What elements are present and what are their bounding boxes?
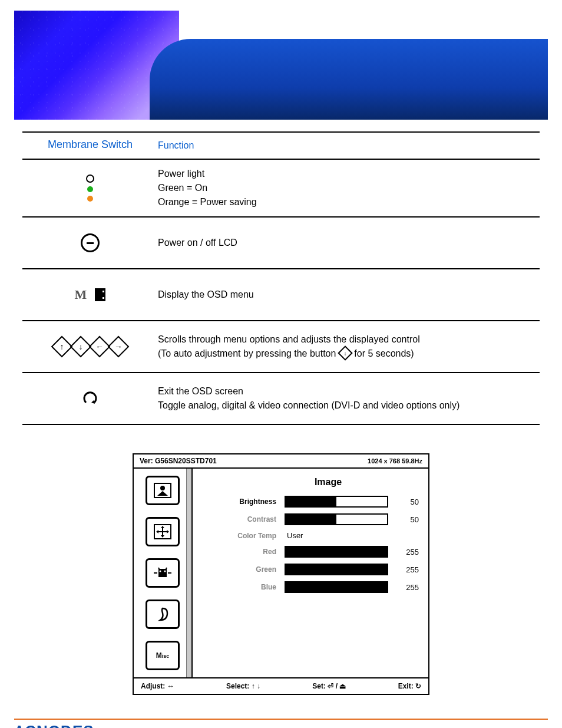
osd-row-contrast: Contrast 50 bbox=[200, 513, 419, 525]
osd-tab-strip: Misc bbox=[134, 469, 193, 677]
osd-slider-brightness[interactable] bbox=[285, 496, 388, 508]
osd-tab-clock[interactable] bbox=[146, 558, 180, 588]
osd-value-green: 255 bbox=[388, 565, 419, 574]
osd-row-brightness: Brightness 50 bbox=[200, 496, 419, 508]
osd-menu-desc: Display the OSD menu bbox=[158, 288, 540, 302]
power-indicator-ring-icon bbox=[86, 174, 94, 183]
osd-value-contrast: 50 bbox=[388, 515, 419, 524]
exit-toggle-icon bbox=[81, 390, 99, 407]
osd-label-colortemp: Color Temp bbox=[200, 532, 285, 540]
osd-label-red: Red bbox=[200, 548, 285, 556]
osd-value-colortemp[interactable]: User bbox=[285, 531, 388, 540]
col-header-switch: Membrane Switch bbox=[22, 139, 158, 153]
osd-value-blue: 255 bbox=[388, 583, 419, 592]
exit-desc-line1: Exit the OSD screen bbox=[158, 384, 540, 398]
exit-desc-line2: Toggle analog, digital & video connectio… bbox=[158, 398, 540, 413]
svg-rect-7 bbox=[158, 569, 167, 577]
osd-hint-set: Set: ⏎ / ⏏ bbox=[312, 682, 346, 690]
svg-point-9 bbox=[164, 571, 166, 572]
power-button-icon bbox=[81, 233, 100, 252]
osd-hint-select: Select: ↑ ↓ bbox=[226, 682, 260, 690]
power-light-label: Power light bbox=[158, 167, 540, 181]
svg-point-8 bbox=[160, 571, 161, 572]
menu-e-icon bbox=[95, 288, 105, 301]
led-orange-icon bbox=[87, 196, 93, 202]
osd-slider-blue[interactable] bbox=[285, 581, 388, 593]
col-header-function: Function bbox=[158, 139, 540, 153]
osd-value-red: 255 bbox=[388, 548, 419, 556]
osd-slider-contrast[interactable] bbox=[285, 513, 388, 525]
osd-scrollbar[interactable] bbox=[186, 469, 191, 677]
osd-tab-image[interactable] bbox=[146, 476, 180, 505]
row-osd-menu: M Display the OSD menu bbox=[22, 269, 540, 321]
osd-row-blue: Blue 255 bbox=[200, 581, 419, 593]
svg-point-1 bbox=[160, 486, 165, 490]
osd-footer: Adjust: ↔ Select: ↑ ↓ Set: ⏎ / ⏏ Exit: ↻ bbox=[134, 678, 428, 694]
osd-tab-misc[interactable]: Misc bbox=[146, 641, 180, 670]
header-banner bbox=[14, 11, 548, 120]
osd-label-blue: Blue bbox=[200, 583, 285, 591]
osd-hint-exit: Exit: ↻ bbox=[398, 682, 421, 690]
osd-version: Ver: G56SN20SSTD701 bbox=[140, 457, 217, 465]
power-button-desc: Power on / off LCD bbox=[158, 236, 540, 250]
row-exit-toggle: Exit the OSD screen Toggle analog, digit… bbox=[22, 373, 540, 425]
membrane-switch-function-table: Membrane Switch Function Power light Gre… bbox=[22, 131, 540, 425]
arrow-right-icon: → bbox=[108, 336, 130, 358]
brand-logo: ΛCNODES bbox=[14, 719, 548, 728]
osd-label-green: Green bbox=[200, 565, 285, 574]
row-arrow-controls: ↑ ↓ ← → Scrolls through menu options and… bbox=[22, 321, 540, 373]
power-light-orange: Orange = Power saving bbox=[158, 195, 540, 209]
osd-section-heading: Image bbox=[237, 477, 419, 487]
row-power-button: Power on / off LCD bbox=[22, 218, 540, 269]
osd-tab-audio[interactable] bbox=[146, 599, 180, 629]
arrow-desc-line1: Scrolls through menu options and adjusts… bbox=[158, 332, 540, 347]
power-light-green: Green = On bbox=[158, 181, 540, 195]
led-green-icon bbox=[87, 186, 93, 192]
menu-m-icon: M bbox=[75, 287, 87, 302]
osd-value-brightness: 50 bbox=[388, 498, 419, 506]
row-power-light: Power light Green = On Orange = Power sa… bbox=[22, 160, 540, 218]
osd-row-colortemp: Color Temp User bbox=[200, 531, 419, 540]
arrow-desc-line2: (To auto adjustment by pressing the butt… bbox=[158, 347, 540, 361]
osd-row-red: Red 255 bbox=[200, 546, 419, 558]
osd-row-green: Green 255 bbox=[200, 564, 419, 575]
osd-slider-red[interactable] bbox=[285, 546, 388, 558]
osd-hint-adjust: Adjust: ↔ bbox=[141, 682, 174, 690]
arrow-down-inline-icon: ↓ bbox=[338, 345, 352, 360]
osd-slider-green[interactable] bbox=[285, 564, 388, 575]
osd-panel: Ver: G56SN20SSTD701 1024 x 768 59.8Hz bbox=[133, 453, 429, 695]
osd-titlebar: Ver: G56SN20SSTD701 1024 x 768 59.8Hz bbox=[134, 454, 428, 469]
osd-label-brightness: Brightness bbox=[200, 498, 285, 506]
osd-label-contrast: Contrast bbox=[200, 515, 285, 523]
osd-resolution: 1024 x 768 59.8Hz bbox=[368, 457, 422, 465]
osd-tab-position[interactable] bbox=[146, 517, 180, 546]
